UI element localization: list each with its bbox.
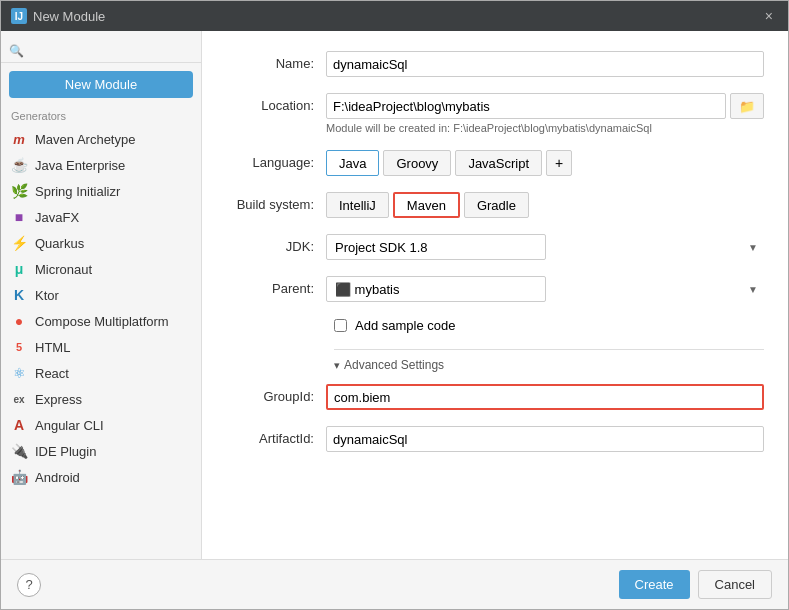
jdk-label: JDK:	[226, 234, 326, 254]
html-icon: 5	[11, 339, 27, 355]
build-system-row: Build system: IntelliJ Maven Gradle	[226, 192, 764, 218]
artifactid-input[interactable]	[326, 426, 764, 452]
generators-label: Generators	[1, 102, 201, 126]
footer: ? Create Cancel	[1, 559, 788, 609]
language-control: Java Groovy JavaScript +	[326, 150, 764, 176]
sidebar-item-java-enterprise[interactable]: ☕ Java Enterprise	[1, 152, 201, 178]
groupid-input[interactable]	[326, 384, 764, 410]
sidebar-item-label: Ktor	[35, 288, 59, 303]
search-icon: 🔍	[9, 44, 24, 58]
build-btn-group: IntelliJ Maven Gradle	[326, 192, 764, 218]
sidebar-item-maven-archetype[interactable]: m Maven Archetype	[1, 126, 201, 152]
jdk-select-wrap: Project SDK 1.8 ▼	[326, 234, 764, 260]
name-label: Name:	[226, 51, 326, 71]
language-javascript-btn[interactable]: JavaScript	[455, 150, 542, 176]
sidebar-item-label: JavaFX	[35, 210, 79, 225]
build-intellij-btn[interactable]: IntelliJ	[326, 192, 389, 218]
help-button[interactable]: ?	[17, 573, 41, 597]
sidebar-item-compose-multiplatform[interactable]: ● Compose Multiplatform	[1, 308, 201, 334]
sidebar-item-label: Maven Archetype	[35, 132, 135, 147]
sidebar-item-label: Quarkus	[35, 236, 84, 251]
chevron-down-icon: ▼	[748, 242, 758, 253]
sidebar-item-quarkus[interactable]: ⚡ Quarkus	[1, 230, 201, 256]
create-button[interactable]: Create	[619, 570, 690, 599]
sidebar-item-ktor[interactable]: K Ktor	[1, 282, 201, 308]
sidebar-item-android[interactable]: 🤖 Android	[1, 464, 201, 490]
search-input[interactable]	[28, 43, 193, 58]
language-btn-group: Java Groovy JavaScript +	[326, 150, 764, 176]
micronaut-icon: μ	[11, 261, 27, 277]
add-language-btn[interactable]: +	[546, 150, 572, 176]
name-input[interactable]	[326, 51, 764, 77]
sidebar-item-angular-cli[interactable]: A Angular CLI	[1, 412, 201, 438]
maven-archetype-icon: m	[11, 131, 27, 147]
language-java-btn[interactable]: Java	[326, 150, 379, 176]
groupid-control	[326, 384, 764, 410]
dialog-title: New Module	[33, 9, 105, 24]
language-row: Language: Java Groovy JavaScript +	[226, 150, 764, 176]
content-area: 🔍 New Module Generators m Maven Archetyp…	[1, 31, 788, 559]
location-input[interactable]	[326, 93, 726, 119]
sidebar-item-label: HTML	[35, 340, 70, 355]
cancel-button[interactable]: Cancel	[698, 570, 772, 599]
angular-icon: A	[11, 417, 27, 433]
build-system-label: Build system:	[226, 192, 326, 212]
advanced-settings-label[interactable]: Advanced Settings	[334, 358, 764, 372]
parent-row: Parent: ⬛ mybatis ▼	[226, 276, 764, 302]
ktor-icon: K	[11, 287, 27, 303]
search-bar: 🔍	[1, 39, 201, 63]
language-label: Language:	[226, 150, 326, 170]
parent-select-wrap: ⬛ mybatis ▼	[326, 276, 764, 302]
location-label: Location:	[226, 93, 326, 113]
sidebar: 🔍 New Module Generators m Maven Archetyp…	[1, 31, 202, 559]
react-icon: ⚛	[11, 365, 27, 381]
sidebar-item-label: Express	[35, 392, 82, 407]
javafx-icon: ■	[11, 209, 27, 225]
main-panel: Name: Location: 📁 Module will be created…	[202, 31, 788, 559]
sidebar-item-javafx[interactable]: ■ JavaFX	[1, 204, 201, 230]
location-row: Location: 📁 Module will be created in: F…	[226, 93, 764, 134]
parent-label: Parent:	[226, 276, 326, 296]
name-control	[326, 51, 764, 77]
add-sample-code-label[interactable]: Add sample code	[355, 318, 455, 333]
close-button[interactable]: ×	[760, 6, 778, 26]
sample-code-row: Add sample code	[334, 318, 764, 333]
sidebar-item-label: Compose Multiplatform	[35, 314, 169, 329]
sidebar-item-label: Java Enterprise	[35, 158, 125, 173]
language-groovy-btn[interactable]: Groovy	[383, 150, 451, 176]
jdk-select[interactable]: Project SDK 1.8	[326, 234, 546, 260]
footer-actions: Create Cancel	[619, 570, 773, 599]
name-row: Name:	[226, 51, 764, 77]
artifactid-label: ArtifactId:	[226, 426, 326, 446]
chevron-down-icon: ▼	[748, 284, 758, 295]
android-icon: 🤖	[11, 469, 27, 485]
compose-icon: ●	[11, 313, 27, 329]
parent-control: ⬛ mybatis ▼	[326, 276, 764, 302]
section-divider	[334, 349, 764, 350]
build-maven-btn[interactable]: Maven	[393, 192, 460, 218]
sidebar-item-label: Spring Initializr	[35, 184, 120, 199]
artifactid-row: ArtifactId:	[226, 426, 764, 452]
app-icon: IJ	[11, 8, 27, 24]
build-system-control: IntelliJ Maven Gradle	[326, 192, 764, 218]
title-bar: IJ New Module ×	[1, 1, 788, 31]
quarkus-icon: ⚡	[11, 235, 27, 251]
browse-button[interactable]: 📁	[730, 93, 764, 119]
groupid-label: GroupId:	[226, 384, 326, 404]
sidebar-item-label: Angular CLI	[35, 418, 104, 433]
location-input-row: 📁	[326, 93, 764, 119]
new-module-button[interactable]: New Module	[9, 71, 193, 98]
groupid-row: GroupId:	[226, 384, 764, 410]
sidebar-item-ide-plugin[interactable]: 🔌 IDE Plugin	[1, 438, 201, 464]
sidebar-item-spring-initializr[interactable]: 🌿 Spring Initializr	[1, 178, 201, 204]
parent-select[interactable]: ⬛ mybatis	[326, 276, 546, 302]
sidebar-item-express[interactable]: ex Express	[1, 386, 201, 412]
express-icon: ex	[11, 391, 27, 407]
location-control: 📁 Module will be created in: F:\ideaProj…	[326, 93, 764, 134]
add-sample-code-checkbox[interactable]	[334, 319, 347, 332]
sidebar-item-react[interactable]: ⚛ React	[1, 360, 201, 386]
sidebar-item-html[interactable]: 5 HTML	[1, 334, 201, 360]
build-gradle-btn[interactable]: Gradle	[464, 192, 529, 218]
jdk-control: Project SDK 1.8 ▼	[326, 234, 764, 260]
sidebar-item-micronaut[interactable]: μ Micronaut	[1, 256, 201, 282]
